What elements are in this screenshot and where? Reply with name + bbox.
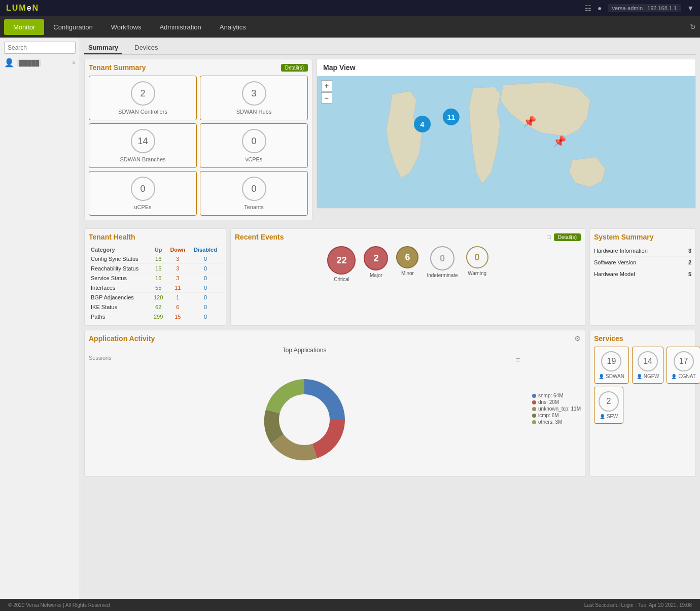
up-cell: 299 [150,312,166,322]
tile-label-ucpes: uCPEs [94,204,191,210]
tile-label-vcpes: vCPEs [205,156,302,162]
table-row: Reachability Status 16 3 0 [89,264,222,274]
legend-label: icmp: 6M [538,413,559,418]
list-item: snmp: 64M [532,393,581,398]
bubble-minor: 6 [396,246,418,268]
donut-chart-svg [243,369,365,470]
service-label: 👤 SFW [599,414,619,419]
app-activity-panel: Application Activity ⚙ Top Applications … [84,330,585,477]
legend-list: snmp: 64M dns: 20M unknown_tcp: 11M icmp… [532,393,581,425]
svg-text:📌: 📌 [553,135,567,148]
bubble-critical: 22 [327,246,356,275]
tenant-summary-detail-btn[interactable]: Detail(s) [281,64,308,72]
disabled-cell: 0 [189,283,222,293]
table-row: Service Status 16 3 0 [89,274,222,283]
nav-workflows[interactable]: Workflows [102,19,151,35]
category-cell: BGP Adjacencies [89,293,150,302]
footer-copyright: © 2020 Versa Networks | All Rights Reser… [8,602,110,608]
zoom-out-button[interactable]: – [321,92,332,104]
refresh-icon[interactable]: ↻ [690,23,696,31]
chart-subtitle: Sessions [89,355,112,361]
down-cell: 11 [166,283,189,293]
tile-sdwan-branches: 14 SDWAN Branches [89,123,197,168]
chart-legend: snmp: 64M dns: 20M unknown_tcp: 11M icmp… [532,393,581,426]
up-cell: 62 [150,302,166,312]
services-title: Services [594,334,623,343]
table-row: Interfaces 55 11 0 [89,283,222,293]
nav-configuration[interactable]: Configuration [44,19,101,35]
legend-dot-icon [532,394,536,398]
disabled-cell: 0 [189,254,222,264]
chevron-down-icon[interactable]: ▼ [687,4,694,12]
services-panel: Services 19 👤 SDWAN 14 👤 NGFW 17 👤 CGNAT… [589,330,696,477]
col-up: Up [150,245,166,254]
tab-summary[interactable]: Summary [84,42,122,54]
service-icon: 👤 [599,374,604,379]
clear-button[interactable]: × [72,59,76,66]
bubble-indeterminate: 0 [430,246,454,270]
top-section: Tenant Summary Detail(s) 2 SDWAN Control… [84,59,696,224]
disabled-cell: 0 [189,302,222,312]
up-cell: 120 [150,293,166,302]
left-panels: Tenant Summary Detail(s) 2 SDWAN Control… [84,59,312,224]
chart-menu-icon[interactable]: ≡ [516,356,520,364]
category-cell: Config Sync Status [89,254,150,264]
world-map-svg: 4 11 📌 📌 [317,76,695,208]
tile-sdwan-controllers: 2 SDWAN Controllers [89,76,197,120]
sys-count: 3 [688,248,691,254]
tile-number-sdwan-controllers: 2 [131,81,155,106]
search-input[interactable] [4,42,76,54]
down-cell: 3 [166,254,189,264]
event-minor: 6 Minor [396,246,418,282]
tile-number-ucpes: 0 [131,177,155,201]
nav-analytics[interactable]: Analytics [211,19,255,35]
app-gear-icon[interactable]: ⚙ [574,334,581,343]
events-detail-btn[interactable]: Detail(s) [554,233,581,241]
events-minimize-icon[interactable]: □ [547,233,551,241]
sys-count: 2 [688,259,691,265]
tenant-health-title: Tenant Health [89,233,135,241]
down-cell: 1 [166,293,189,302]
health-table: Category Up Down Disabled Config Sync St… [89,245,222,321]
service-number: 17 [674,351,694,371]
legend-label: snmp: 64M [538,393,563,398]
label-critical: Critical [327,277,356,282]
disabled-cell: 0 [189,293,222,302]
zoom-in-button[interactable]: + [321,80,332,91]
top-bar: LUMeN ☷ ● versa-admin | 192.168.1.1 ▼ [0,0,700,16]
map-section: Map View + – [317,59,696,224]
up-cell: 16 [150,274,166,283]
table-row: Paths 299 15 0 [89,312,222,322]
nav-administration[interactable]: Administration [150,19,210,35]
tenant-health-header: Tenant Health [89,233,222,241]
services-header: Services [594,334,691,343]
table-row: Config Sync Status 16 3 0 [89,254,222,264]
svg-text:11: 11 [447,113,455,121]
sidebar: 👤 █████ × [0,38,80,599]
down-cell: 6 [166,302,189,312]
category-cell: Interfaces [89,283,150,293]
table-row: BGP Adjacencies 120 1 0 [89,293,222,302]
services-grid: 19 👤 SDWAN 14 👤 NGFW 17 👤 CGNAT 2 👤 SFW [594,347,691,424]
down-cell: 15 [166,312,189,322]
list-item: 17 👤 CGNAT [667,347,700,384]
document-icon[interactable]: ☷ [585,4,591,12]
legend-dot-icon [532,414,536,418]
tenant-tile-grid: 2 SDWAN Controllers 3 SDWAN Hubs 14 SDWA… [89,76,308,216]
map-controls: + – [321,80,332,104]
service-icon: 👤 [600,414,605,419]
bubble-major: 2 [364,246,388,270]
svg-text:📌: 📌 [523,115,537,128]
clock-icon[interactable]: ● [598,4,602,12]
service-label: 👤 SDWAN [599,374,624,379]
col-category: Category [89,245,150,254]
list-item: unknown_tcp: 11M [532,406,581,412]
user-info[interactable]: versa-admin | 192.168.1.1 [608,4,681,12]
svg-text:4: 4 [421,120,425,128]
service-label: 👤 CGNAT [671,374,695,379]
label-warning: Warning [466,270,488,276]
legend-label: others: 3M [538,419,562,425]
content-area: Summary Devices Tenant Summary Detail(s)… [80,38,700,599]
nav-monitor[interactable]: Monitor [4,19,44,35]
tab-devices[interactable]: Devices [130,42,162,54]
